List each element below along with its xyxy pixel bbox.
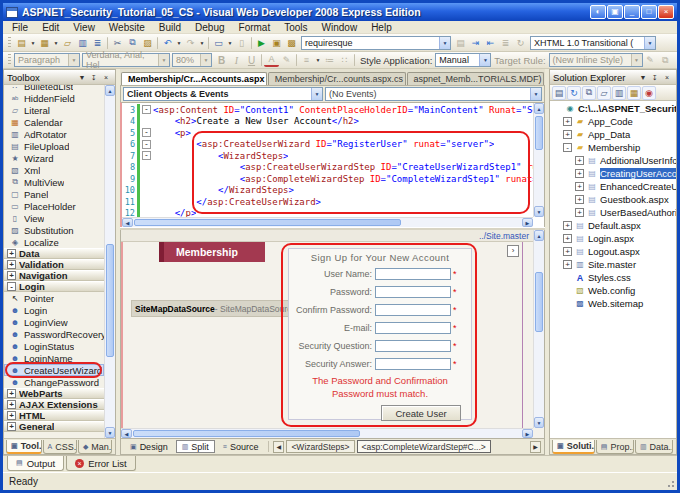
scrollbar-thumb[interactable] [535, 272, 543, 332]
extra-window-button-2[interactable]: ▣ [607, 5, 623, 19]
block-format-combobox[interactable]: Paragraph ▼ [14, 53, 80, 67]
toolbox-item[interactable]: ▤ FileUpload [4, 140, 104, 152]
field-textbox[interactable] [375, 304, 451, 316]
scroll-down-icon[interactable]: ▼ [534, 417, 544, 428]
chevron-down-icon[interactable]: ▼ [479, 54, 490, 66]
add-new-item-dropdown[interactable]: ▼ [52, 35, 60, 50]
properties-icon[interactable]: ▤ [552, 86, 566, 100]
tree-item[interactable]: + ▤ UserBasedAuthorization... [550, 206, 676, 219]
toolbox-item[interactable]: + AJAX Extensions [4, 399, 104, 410]
document-tab[interactable]: Membership/Cr...Accounts.aspx [121, 72, 267, 85]
toolbox-item[interactable]: ▥ AdRotator [4, 128, 104, 140]
tree-expander-icon[interactable]: + [563, 130, 572, 139]
toolbox-item[interactable]: ↖ Pointer [4, 292, 104, 304]
code-vscrollbar[interactable]: ▲ ▼ [533, 103, 544, 217]
scroll-left-icon[interactable]: ◀ [122, 218, 133, 227]
design-vscrollbar[interactable]: ▲ ▼ [533, 230, 544, 428]
tree-item[interactable]: + ▰ App_Code [550, 115, 676, 128]
close-icon[interactable]: × [661, 72, 673, 83]
tree-expander-icon[interactable] [563, 273, 572, 282]
fold-marker-icon[interactable]: - [142, 151, 151, 160]
scrollbar-thumb[interactable] [106, 244, 114, 357]
style-application-combobox[interactable]: Manual ▼ [435, 53, 491, 67]
font-name-combobox[interactable]: Verdana, Arial, Hel ▼ [82, 53, 170, 67]
scroll-down-icon[interactable]: ▼ [105, 427, 115, 438]
refresh-page-icon[interactable]: ▣ [269, 35, 284, 50]
master-page-link[interactable]: ../Site.master [479, 231, 529, 241]
scrollbar-thumb[interactable] [133, 430, 360, 437]
doctype-combobox[interactable]: XHTML 1.0 Transitional ( ▼ [530, 36, 656, 50]
toolbox-item[interactable]: ⧉ MultiView [4, 176, 104, 188]
scroll-right-icon[interactable]: ▶ [522, 218, 533, 227]
underline-icon[interactable]: U [244, 53, 259, 68]
design-view[interactable]: ../Site.master HomeMembership SiteMapDat… [120, 230, 545, 439]
toolbox-item[interactable]: ☻ ChangePassword [4, 376, 104, 388]
toolbox-item[interactable]: ▨ Substitution [4, 224, 104, 236]
fold-marker-icon[interactable]: - [142, 128, 151, 137]
close-button[interactable]: × [658, 5, 674, 19]
code-line[interactable]: 12 </p> [122, 208, 533, 218]
create-user-button[interactable]: Create User [381, 405, 461, 421]
document-tab[interactable]: Membership/Cr...counts.aspx.cs [268, 72, 406, 85]
paste-icon[interactable]: ▨ [140, 35, 155, 50]
fold-marker-icon[interactable]: - [142, 140, 151, 149]
smart-tag-button[interactable]: › [507, 245, 519, 257]
tree-expander-icon[interactable]: + [563, 117, 572, 126]
chevron-down-icon[interactable]: ▼ [200, 54, 211, 66]
toolbox-item[interactable]: ☻ Login [4, 304, 104, 316]
field-textbox[interactable] [375, 340, 451, 352]
chevron-down-icon[interactable]: ▼ [158, 54, 169, 66]
menu-item[interactable]: View [66, 22, 102, 33]
font-color-icon[interactable]: A [264, 54, 279, 67]
toolbox-item[interactable]: ▱ Literal [4, 104, 104, 116]
menu-item[interactable]: Website [102, 22, 152, 33]
toolbox-item[interactable]: ▧ Xml [4, 164, 104, 176]
toolbox-item[interactable]: + HTML [4, 410, 104, 421]
tree-item[interactable]: + ▥ Site.master [550, 258, 676, 271]
cut-icon[interactable]: ✂ [110, 35, 125, 50]
toolbox-item[interactable]: + WebParts [4, 388, 104, 399]
menu-item[interactable]: Format [232, 22, 278, 33]
nest-related-files-icon[interactable]: ⧉ [582, 86, 596, 100]
nav-menu-item[interactable]: Membership [159, 242, 265, 262]
toolbox-item[interactable]: + General [4, 421, 104, 432]
panel-menu-icon[interactable]: ▼ [637, 72, 649, 83]
toolbox-item[interactable]: ☻ CreateUserWizard [4, 364, 104, 376]
design-hscrollbar[interactable]: ◀ ▶ [121, 428, 533, 438]
source-view-button[interactable]: ≡ Source [217, 440, 265, 453]
redo-icon[interactable]: ↷ [183, 35, 198, 50]
tree-item[interactable]: + ▤ CreatingUserAccounts.a... [550, 167, 676, 180]
chevron-down-icon[interactable]: ▼ [311, 88, 322, 100]
event-combobox[interactable]: (No Events) ▼ [325, 87, 542, 101]
chevron-down-icon[interactable]: ▼ [644, 37, 655, 49]
document-tab[interactable]: aspnet_Memb...TORIALS.MDF) [407, 72, 544, 85]
tree-expander-icon[interactable]: + [563, 260, 572, 269]
tree-item[interactable]: ◉ C:\...\ASPNET_Security_Tut [550, 102, 676, 115]
increase-indent-icon[interactable]: ⇥ [468, 35, 483, 50]
create-user-wizard-control[interactable]: Sign Up for Your New Account User Name: … [288, 248, 472, 420]
scrollbar-thumb[interactable] [535, 116, 543, 150]
toolbox-item[interactable]: ▯ View [4, 212, 104, 224]
tree-expander-icon[interactable]: + [575, 195, 584, 204]
code-hscrollbar[interactable]: ◀ ▶ [122, 217, 533, 227]
menu-item[interactable]: Window [315, 22, 365, 33]
code-line[interactable]: 6 - <asp:CreateUserWizard ID="RegisterUs… [122, 139, 533, 151]
tool-window-tab[interactable]: ▤ Output [7, 456, 64, 471]
decrease-indent-icon[interactable]: ⇤ [483, 35, 498, 50]
tree-expander-icon[interactable] [563, 299, 572, 308]
view-code-icon[interactable]: ▱ [597, 86, 611, 100]
tree-item[interactable]: + ▰ App_Data [550, 128, 676, 141]
design-surface[interactable]: HomeMembership SiteMapDataSource - SiteM… [121, 242, 533, 428]
undo-dropdown[interactable]: ▼ [175, 35, 183, 50]
tree-item[interactable]: ▧ Web.config [550, 284, 676, 297]
chevron-down-icon[interactable]: ▼ [68, 54, 79, 66]
formatting-icon[interactable]: ≣ [498, 35, 513, 50]
source-view[interactable]: 3 - <asp:Content ID="Content1" ContentPl… [120, 102, 545, 227]
toolbox-item[interactable]: - Login [4, 281, 104, 292]
new-website-icon[interactable]: ▤ [14, 35, 29, 50]
sync-views-icon[interactable]: ↻ [513, 35, 528, 50]
scroll-up-icon[interactable]: ▲ [534, 230, 544, 241]
toolbox-item[interactable]: ab HiddenField [4, 92, 104, 104]
menu-item[interactable]: Build [152, 22, 188, 33]
highlight-icon[interactable]: ✎ [279, 53, 294, 68]
